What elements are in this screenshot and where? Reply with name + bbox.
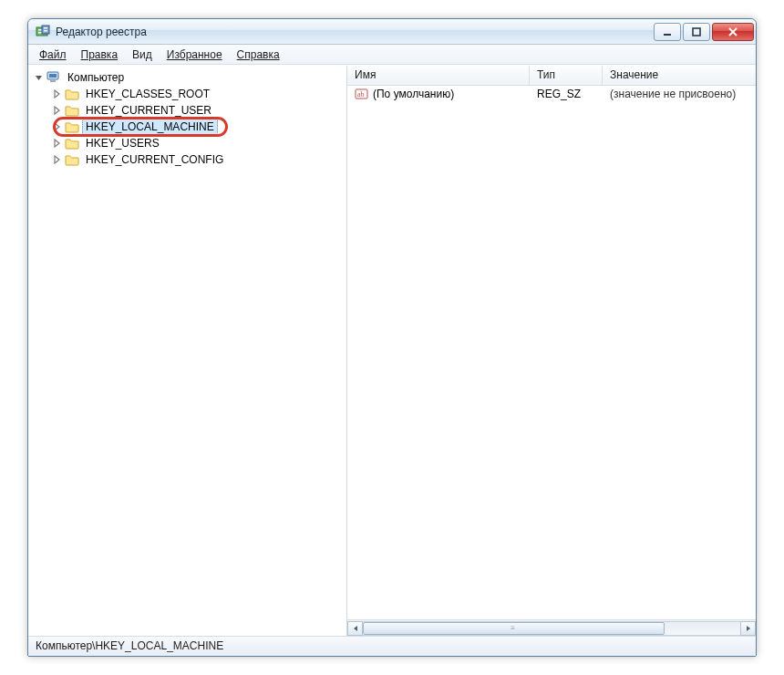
- svg-text:ab: ab: [357, 90, 365, 99]
- expand-icon[interactable]: [52, 138, 63, 149]
- tree-node-label: HKEY_LOCAL_MACHINE: [83, 119, 217, 134]
- svg-rect-6: [664, 34, 671, 36]
- col-value[interactable]: Значение: [603, 66, 756, 85]
- expand-icon[interactable]: [52, 154, 63, 165]
- scroll-right-button[interactable]: [740, 621, 756, 636]
- hscrollbar[interactable]: ≡: [347, 619, 756, 636]
- window-controls: [652, 23, 754, 41]
- list-row[interactable]: ab(По умолчанию)REG_SZ(значение не присв…: [347, 86, 756, 102]
- tree-node-label: HKEY_CURRENT_CONFIG: [83, 152, 226, 167]
- string-value-icon: ab: [355, 87, 369, 101]
- folder-icon: [65, 152, 79, 167]
- folder-icon: [65, 87, 79, 101]
- svg-rect-3: [42, 26, 49, 34]
- tree-root[interactable]: Компьютер: [32, 69, 345, 86]
- menubar: Файл Правка Вид Избранное Справка: [28, 45, 756, 65]
- tree-root-label: Компьютер: [65, 70, 127, 85]
- col-type[interactable]: Тип: [530, 66, 603, 85]
- menu-help[interactable]: Справка: [230, 47, 287, 63]
- minimize-button[interactable]: [654, 23, 681, 41]
- svg-rect-7: [693, 28, 700, 36]
- tree-node[interactable]: HKEY_USERS: [50, 135, 345, 151]
- svg-rect-4: [44, 27, 47, 29]
- titlebar[interactable]: Редактор реестра: [28, 19, 756, 45]
- menu-file[interactable]: Файл: [32, 47, 74, 63]
- menu-edit[interactable]: Правка: [74, 47, 126, 63]
- scroll-thumb[interactable]: ≡: [363, 622, 665, 635]
- regedit-icon: [36, 25, 50, 39]
- tree-node[interactable]: HKEY_CLASSES_ROOT: [50, 86, 345, 102]
- status-path: Компьютер\HKEY_LOCAL_MACHINE: [36, 639, 223, 652]
- menu-view[interactable]: Вид: [125, 47, 160, 63]
- menu-favorites[interactable]: Избранное: [160, 47, 230, 63]
- svg-rect-10: [50, 80, 56, 82]
- tree-node-label: HKEY_CURRENT_USER: [83, 103, 214, 118]
- col-name[interactable]: Имя: [347, 66, 530, 85]
- scroll-track[interactable]: ≡: [363, 621, 740, 636]
- collapse-icon[interactable]: [34, 72, 45, 83]
- list-pane: Имя Тип Значение ab(По умолчанию)REG_SZ(…: [347, 66, 756, 636]
- close-button[interactable]: [712, 23, 754, 41]
- main-split: Компьютер HKEY_CLASSES_ROOTHKEY_CURRENT_…: [28, 65, 756, 636]
- tree-pane[interactable]: Компьютер HKEY_CLASSES_ROOTHKEY_CURRENT_…: [28, 66, 347, 636]
- svg-rect-5: [44, 30, 47, 32]
- list-body[interactable]: ab(По умолчанию)REG_SZ(значение не присв…: [347, 86, 756, 619]
- window-title: Редактор реестра: [56, 26, 652, 38]
- tree-node-label: HKEY_CLASSES_ROOT: [83, 87, 212, 101]
- tree-node-label: HKEY_USERS: [83, 136, 162, 151]
- window: Редактор реестра Файл Правка Вид Избранн…: [27, 18, 757, 657]
- folder-icon: [65, 136, 79, 151]
- scroll-left-button[interactable]: [347, 621, 363, 636]
- expand-icon[interactable]: [52, 121, 63, 132]
- cell-value: (значение не присвоено): [603, 87, 756, 101]
- statusbar: Компьютер\HKEY_LOCAL_MACHINE: [28, 636, 756, 656]
- tree-node[interactable]: HKEY_CURRENT_USER: [50, 102, 345, 119]
- list-header: Имя Тип Значение: [347, 66, 756, 86]
- expand-icon[interactable]: [52, 88, 63, 99]
- tree-node[interactable]: HKEY_LOCAL_MACHINE: [50, 119, 345, 135]
- cell-type: REG_SZ: [530, 87, 603, 101]
- folder-icon: [65, 103, 79, 118]
- maximize-button[interactable]: [683, 23, 710, 41]
- expand-icon[interactable]: [52, 105, 63, 116]
- folder-icon: [65, 119, 79, 134]
- computer-icon: [46, 70, 61, 85]
- tree-node[interactable]: HKEY_CURRENT_CONFIG: [50, 151, 345, 168]
- cell-name: ab(По умолчанию): [347, 86, 530, 102]
- svg-rect-9: [49, 74, 57, 78]
